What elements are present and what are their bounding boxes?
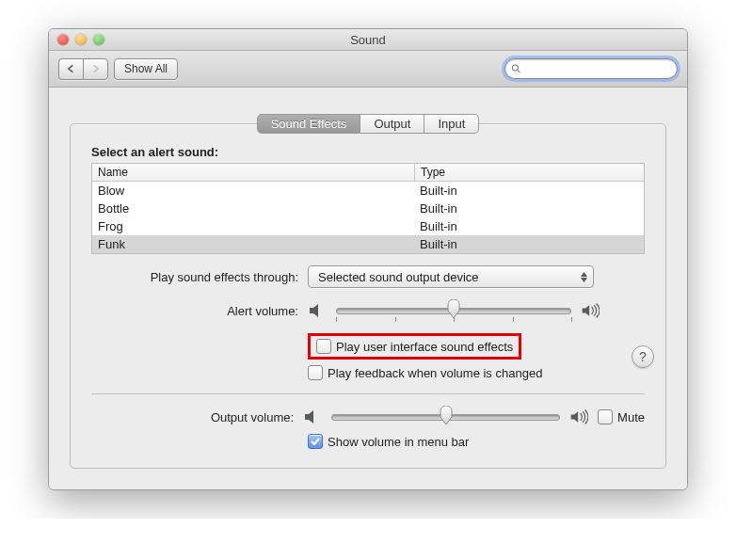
output-volume-row: Output volume: Mute [91, 406, 645, 428]
feedback-checkbox[interactable] [308, 365, 323, 380]
col-name-header[interactable]: Name [92, 164, 415, 181]
play-through-value: Selected sound output device [318, 270, 479, 284]
speaker-high-icon [581, 302, 600, 319]
table-row[interactable]: Bottle Built-in [92, 200, 644, 217]
output-volume-slider[interactable] [331, 408, 560, 426]
titlebar: Sound [49, 29, 687, 51]
table-row[interactable]: Frog Built-in [92, 217, 644, 235]
alert-volume-label: Alert volume: [91, 304, 308, 318]
content: Sound Effects Output Input Select an ale… [49, 88, 687, 489]
forward-button[interactable] [83, 58, 108, 80]
ui-sounds-checkbox[interactable] [316, 339, 331, 354]
search-input[interactable] [524, 61, 671, 76]
col-type-header[interactable]: Type [415, 164, 644, 181]
cell-name: Frog [92, 218, 414, 234]
highlighted-option: Play user interface sound effects [308, 333, 521, 360]
table-header: Name Type [92, 164, 644, 182]
nav-segmented [58, 58, 108, 80]
minimize-icon[interactable] [75, 34, 87, 45]
show-all-button[interactable]: Show All [114, 58, 178, 80]
table-row[interactable]: Blow Built-in [92, 182, 644, 200]
table-row[interactable]: Funk Built-in [92, 235, 644, 253]
play-through-row: Play sound effects through: Selected sou… [91, 265, 645, 288]
search-icon [511, 63, 521, 74]
slider-thumb[interactable] [440, 406, 453, 424]
cell-type: Built-in [414, 200, 644, 216]
cell-name: Blow [92, 183, 414, 199]
slider-thumb[interactable] [447, 299, 460, 318]
ui-sounds-row: Play user interface sound effects [91, 333, 645, 360]
show-volume-checkbox[interactable] [308, 434, 323, 449]
output-volume-label: Output volume: [91, 410, 303, 424]
cell-type: Built-in [414, 183, 644, 199]
tabs: Sound Effects Output Input [70, 114, 666, 134]
cell-name: Funk [92, 236, 414, 252]
tab-input[interactable]: Input [424, 114, 479, 134]
alert-volume-row: Alert volume: [91, 299, 645, 322]
mute-label: Mute [617, 410, 645, 424]
cell-type: Built-in [414, 236, 644, 252]
svg-point-0 [512, 65, 518, 71]
speaker-high-icon [569, 408, 588, 425]
ui-sounds-label: Play user interface sound effects [336, 340, 513, 354]
traffic-lights [49, 34, 104, 45]
speaker-low-icon [308, 302, 327, 319]
search-field[interactable] [504, 58, 678, 79]
chevron-updown-icon [581, 272, 587, 282]
zoom-icon[interactable] [93, 34, 104, 45]
toolbar: Show All [49, 51, 687, 88]
help-button[interactable]: ? [632, 345, 654, 368]
speaker-low-icon [303, 408, 322, 425]
svg-line-1 [518, 70, 520, 72]
cell-type: Built-in [414, 218, 644, 234]
sound-preferences-window: Sound Show All Sound Effects Output Inpu… [48, 28, 688, 490]
show-volume-row: Show volume in menu bar [91, 434, 645, 449]
cell-name: Bottle [92, 200, 414, 216]
feedback-row: Play feedback when volume is changed [91, 365, 645, 380]
play-through-select[interactable]: Selected sound output device [308, 265, 594, 288]
back-button[interactable] [58, 58, 83, 80]
play-through-label: Play sound effects through: [91, 270, 308, 284]
divider [91, 393, 645, 394]
feedback-label: Play feedback when volume is changed [328, 366, 542, 380]
show-volume-label: Show volume in menu bar [328, 435, 469, 449]
window-title: Sound [49, 33, 687, 47]
close-icon[interactable] [57, 34, 69, 45]
alert-sound-table[interactable]: Name Type Blow Built-in Bottle Built-in … [91, 163, 645, 254]
mute-checkbox[interactable] [598, 409, 613, 424]
sound-effects-panel: Select an alert sound: Name Type Blow Bu… [70, 123, 666, 469]
alert-sound-label: Select an alert sound: [91, 145, 645, 159]
tab-sound-effects[interactable]: Sound Effects [257, 114, 361, 134]
alert-volume-slider[interactable] [336, 301, 571, 320]
tab-output[interactable]: Output [360, 114, 424, 134]
